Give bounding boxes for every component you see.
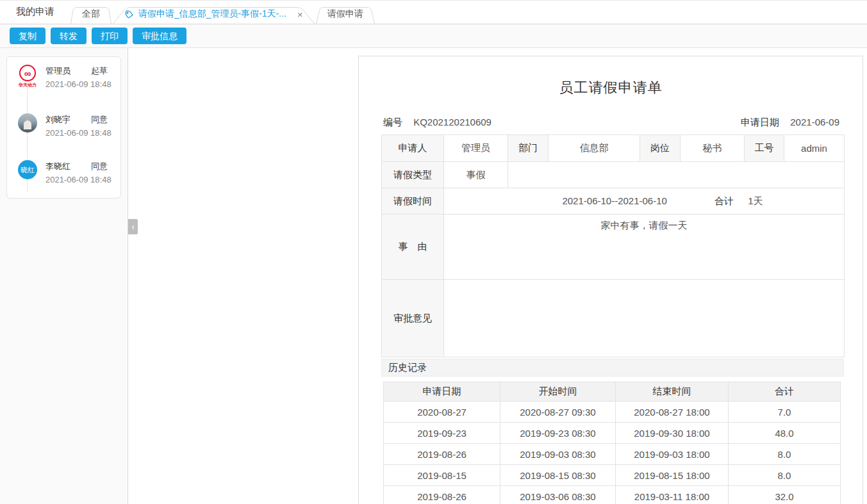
approval-flow-card: ∞ 华天动力 管理员 起草 2021-06-09 18:48 <box>6 56 121 199</box>
flow-time: 2021-06-09 18:48 <box>45 128 120 138</box>
history-col-end: 结束时间 <box>616 382 729 402</box>
table-row: 2019-08-15 2019-08-15 08:30 2019-08-15 1… <box>384 465 841 486</box>
cell: 2019-09-03 08:30 <box>500 444 616 465</box>
toolbar: 复制 转发 打印 审批信息 <box>0 24 867 48</box>
page-title: 我的申请 <box>0 6 70 24</box>
employee-id-value: admin <box>784 135 845 162</box>
flow-entry-draft: ∞ 华天动力 管理员 起草 2021-06-09 18:48 <box>15 65 120 90</box>
table-row: 2020-08-27 2020-08-27 09:30 2020-08-27 1… <box>384 402 841 423</box>
collapse-sidebar-handle[interactable]: ‹ <box>128 219 138 234</box>
applicant-value: 管理员 <box>444 135 508 162</box>
flow-user-name: 刘晓宇 <box>45 114 70 126</box>
form-meta-row: 编号 KQ202120210609 申请日期 2021-06-09 <box>383 117 839 129</box>
cell: 2020-08-27 09:30 <box>500 402 616 423</box>
company-logo-avatar: ∞ <box>19 65 36 81</box>
flow-entry-approve-1: 刘晓宇 同意 2021-06-09 18:48 <box>15 113 120 139</box>
history-col-apply-date: 申请日期 <box>384 382 500 402</box>
tab-label: 请假申请 <box>327 8 363 20</box>
cell: 32.0 <box>729 486 841 504</box>
approval-info-button[interactable]: 审批信息 <box>133 28 186 44</box>
cell: 2019-09-23 08:30 <box>500 423 616 444</box>
approval-flow-panel: ∞ 华天动力 管理员 起草 2021-06-09 18:48 <box>0 48 128 504</box>
number-label: 编号 <box>383 117 402 127</box>
leave-time-cell: 2021-06-10--2021-06-10 合计 1天 <box>444 188 845 215</box>
approval-opinion-value <box>444 280 845 357</box>
cell: 2019-09-23 <box>384 423 500 444</box>
cell: 2020-08-27 18:00 <box>616 402 729 423</box>
flow-user-name: 管理员 <box>45 65 70 77</box>
tab-bar: 我的申请 全部 请假申请_信息部_管理员-事假-1天-... × 请假申请 <box>0 1 867 24</box>
total-label: 合计 <box>714 195 734 206</box>
flow-entry-approve-2: 晓红 李晓红 同意 2021-06-09 18:48 <box>15 160 120 186</box>
employee-id-label: 工号 <box>745 135 784 162</box>
history-table: 申请日期 开始时间 结束时间 合计 2020-08-27 2020-08-27 … <box>383 382 841 504</box>
approval-opinion-label: 审批意见 <box>382 280 444 357</box>
document-area: ‹ 员工请假申请单 编号 KQ202120210609 申请日期 2021-06… <box>128 48 867 504</box>
position-label: 岗位 <box>640 135 681 162</box>
cell: 2019-03-06 08:30 <box>500 486 616 504</box>
flow-action: 起草 <box>91 65 108 77</box>
cell: 8.0 <box>729 444 841 465</box>
leave-time-label: 请假时间 <box>382 188 444 215</box>
app-window: 我的申请 全部 请假申请_信息部_管理员-事假-1天-... × 请假申请 <box>0 0 867 504</box>
user-photo-avatar <box>18 113 37 133</box>
flow-action: 同意 <box>91 161 108 172</box>
history-header-row: 申请日期 开始时间 结束时间 合计 <box>384 382 841 402</box>
cell: 2019-08-15 18:00 <box>616 465 729 486</box>
table-row: 2019-09-23 2019-09-23 08:30 2019-09-30 1… <box>384 423 841 444</box>
tab-leave-request[interactable]: 请假申请 <box>316 4 375 24</box>
cell: 48.0 <box>729 423 841 444</box>
tag-icon <box>124 10 134 19</box>
flow-action: 同意 <box>91 114 108 126</box>
number-value: KQ202120210609 <box>413 117 491 127</box>
print-button[interactable]: 打印 <box>92 28 128 44</box>
tab-strip: 全部 请假申请_信息部_管理员-事假-1天-... × 请假申请 <box>70 1 376 24</box>
copy-button[interactable]: 复制 <box>10 28 45 44</box>
company-name: 华天动力 <box>19 82 37 88</box>
tab-label: 请假申请_信息部_管理员-事假-1天-... <box>138 8 286 20</box>
user-initials-avatar: 晓红 <box>18 160 37 179</box>
content-area: ∞ 华天动力 管理员 起草 2021-06-09 18:48 <box>0 48 867 504</box>
history-section-header: 历史记录 <box>381 359 844 377</box>
apply-date-value: 2021-06-09 <box>790 117 839 127</box>
table-row: 2019-08-26 2019-03-06 08:30 2019-03-11 1… <box>384 486 841 504</box>
reason-label: 事 由 <box>382 215 444 280</box>
leave-type-empty-cell <box>508 162 845 188</box>
close-icon[interactable]: × <box>297 10 303 19</box>
cell: 2019-03-11 18:00 <box>616 486 729 504</box>
leave-type-value: 事假 <box>444 162 508 188</box>
cell: 2019-09-03 18:00 <box>616 444 729 465</box>
infinity-logo-icon: ∞ <box>24 69 31 78</box>
cell: 7.0 <box>729 402 841 423</box>
department-value: 信息部 <box>549 135 640 162</box>
position-value: 秘书 <box>681 135 745 162</box>
total-value: 1天 <box>748 195 763 206</box>
tab-current-document[interactable]: 请假申请_信息部_管理员-事假-1天-... × <box>113 4 315 24</box>
apply-date-label: 申请日期 <box>741 117 779 127</box>
cell: 2020-08-27 <box>384 402 500 423</box>
chevron-left-icon: ‹ <box>131 222 135 232</box>
department-label: 部门 <box>508 135 549 162</box>
history-col-start: 开始时间 <box>500 382 616 402</box>
reason-value: 家中有事，请假一天 <box>444 215 845 280</box>
applicant-label: 申请人 <box>382 135 444 162</box>
history-col-total: 合计 <box>729 382 841 402</box>
leave-type-label: 请假类型 <box>382 162 444 188</box>
cell: 2019-08-15 08:30 <box>500 465 616 486</box>
flow-time: 2021-06-09 18:48 <box>45 79 120 89</box>
cell: 2019-08-26 <box>384 444 500 465</box>
flow-time: 2021-06-09 18:48 <box>45 175 120 184</box>
forward-button[interactable]: 转发 <box>51 28 87 44</box>
form-title: 员工请假申请单 <box>359 78 863 97</box>
cell: 2019-09-30 18:00 <box>616 423 729 444</box>
table-row: 2019-08-26 2019-09-03 08:30 2019-09-03 1… <box>384 444 841 465</box>
leave-time-range: 2021-06-10--2021-06-10 <box>562 195 666 206</box>
cell: 2019-08-15 <box>384 465 500 486</box>
cell: 8.0 <box>729 465 841 486</box>
form-sheet: 员工请假申请单 编号 KQ202120210609 申请日期 2021-06-0… <box>358 56 863 504</box>
flow-user-name: 李晓红 <box>45 161 70 172</box>
cell: 2019-08-26 <box>384 486 500 504</box>
tab-all[interactable]: 全部 <box>70 4 111 24</box>
leave-form-table: 申请人 管理员 部门 信息部 岗位 秘书 工号 admin 请假类型 事假 <box>381 134 845 357</box>
tab-label: 全部 <box>82 8 100 20</box>
